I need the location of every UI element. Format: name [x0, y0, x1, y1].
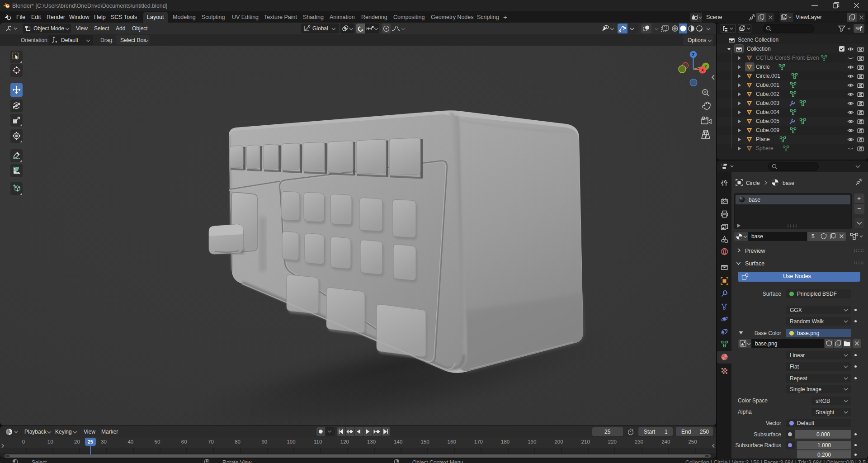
- svg-text:Z: Z: [692, 52, 695, 57]
- svg-text:X: X: [701, 68, 704, 72]
